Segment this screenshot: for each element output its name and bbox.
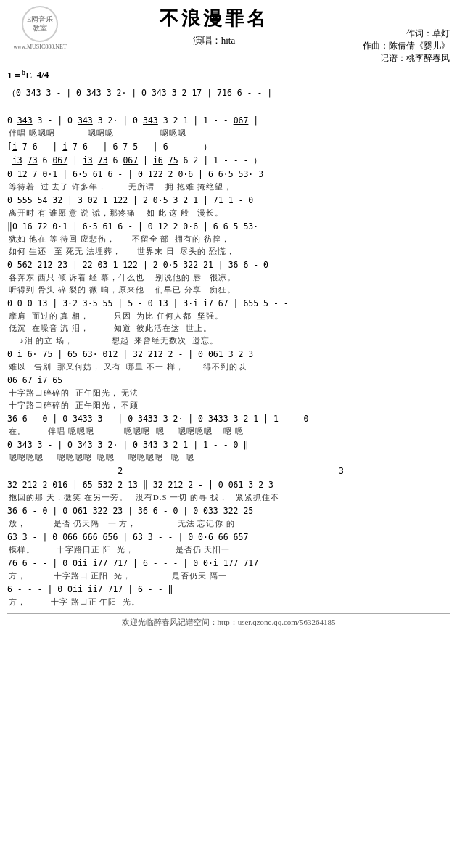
score-lines-16: 6 - - - | 0 0ii ii7 717 | 6 - - ‖ [7, 583, 450, 597]
main-title: 不浪漫罪名 [73, 6, 355, 31]
logo-circle: E网音乐教室 [22, 6, 58, 42]
score-lines-11: 0 343 3 - | 0 343 3 2· | 0 343 3 2 1 | 1… [7, 438, 450, 452]
lyrics-5b: 听得到 骨头 碎 裂的 微 响，原来他 们早已 分享 痴狂。 [7, 284, 450, 295]
lyrics-3: 离开时 有 谁愿 意 说 谎，那疼痛 如 此 这 般 漫长。 [7, 208, 450, 218]
score-content: （0 343 3 - | 0 343 3 2· | 0 343 3 2 17 |… [7, 86, 450, 607]
lyrics-15: 方， 十字 路口正 午阳 光。 [7, 597, 450, 607]
footer: 欢迎光临醉春风记谱空间：http：user.qzone.qq.com/56326… [7, 613, 450, 628]
subtitle-row: 演唱：hita [73, 34, 355, 47]
key-time-row: 1＝bE 4/4 [7, 67, 450, 82]
footer-text: 欢迎光临醉春风记谱空间：http：user.qzone.qq.com/56326… [122, 618, 336, 626]
logo-text: E网音乐教室 [23, 15, 57, 33]
lyricist-line: 作词：草灯 [406, 28, 450, 40]
score-lines-14: 63 3 - | 0 066 666 656 | 63 3 - - | 0 0·… [7, 531, 450, 544]
score-lines-3: 0 12 7 0·1 | 6·5 61 6 - | 0 122 2 0·6 | … [7, 168, 450, 181]
lyrics-7: 难以 告别 那又何妨， 又有 哪里 不一 样， 得不到的以 [7, 361, 450, 372]
score-lines-13: 36 6 - 0 | 0 061 322 23 | 36 6 - 0 | 0 0… [7, 504, 450, 518]
lyrics-13: 模样。 十字路口正 阳 光， 是否仍 天阳一 [7, 544, 450, 555]
lyrics-6c: ♪泪 的立 场， 想起 来曾经无数次 遗忘。 [7, 335, 450, 346]
header: E网音乐教室 www.MUSIC888.NET 不浪漫罪名 演唱：hita 作词… [7, 6, 450, 65]
score-lines-12: 2 3 32 212 2 016 | 65 532 2 13 ‖ 32 212 … [7, 464, 450, 492]
lyrics-6b: 低沉 在噪音 流 泪， 知道 彼此活在这 世上。 [7, 323, 450, 334]
lyrics-8b: 十字路口碎碎的 正午阳光， 不顾 [7, 400, 450, 411]
notator-line: 记谱：桃李醉春风 [380, 52, 450, 65]
score-lines-9: 06 67 i7 65 [7, 374, 450, 388]
lyrics-1: 伴唱 嗯嗯嗯 嗯嗯嗯 嗯嗯嗯 [7, 128, 450, 139]
score-lines-10: 36 6 - 0 | 0 3433 3 - | 0 3433 3 2· | 0 … [7, 412, 450, 426]
score-lines: （0 343 3 - | 0 343 3 2· | 0 343 3 2 17 |… [7, 86, 450, 128]
score-lines-7: 0 0 0 13 | 3·2 3·5 55 | 5 - 0 13 | 3·i i… [7, 297, 450, 311]
lyrics-11: 拖回的那 天，微笑 在另一旁。 没有D.S 一切 的寻 找， 紧紧抓住不 [7, 492, 450, 503]
score-lines-15: 76 6 - - | 0 0ii i77 717 | 6 - - - | 0 0… [7, 557, 450, 570]
page-wrapper: E网音乐教室 www.MUSIC888.NET 不浪漫罪名 演唱：hita 作词… [0, 0, 457, 634]
lyrics-4: 犹如 他在 等 待回 应悲伤， 不留全 部 拥有的 彷徨， [7, 234, 450, 245]
score-lines-8: 0 i 6· 75 | 65 63· 012 | 32 212 2 - | 0 … [7, 348, 450, 361]
key-signature: 1＝bE [7, 67, 37, 82]
performer-label: 演唱：hita [193, 34, 236, 47]
lyrics-6: 摩肩 而过的 真 相， 只因 为比 任何人都 坚强。 [7, 311, 450, 322]
lyrics-8a: 十字路口碎碎的 正午阳光， 无法 [7, 388, 450, 398]
lyrics-2: 等待着 过 去了 许多年， 无所谓 拥 抱难 掩绝望， [7, 181, 450, 192]
time-signature: 4/4 [37, 69, 49, 81]
composer-line: 作曲：陈倩倩《婴儿》 [363, 40, 450, 52]
lyrics-14: 方， 十字路口 正阳 光， 是否仍天 隔一 [7, 570, 450, 581]
lyrics-4b: 如何 生还 至 死无 法埋葬， 世界末 日 尽头的 恐慌， [7, 246, 450, 257]
score-lines-5: ‖0 16 72 0·1 | 6·5 61 6 - | 0 12 2 0·6 |… [7, 220, 450, 234]
score-lines-2: [i 7 6 - | i 7 6 - | 6 7 5 - | 6 - - - ）… [7, 140, 450, 168]
lyrics-12: 放， 是否 仍天隔 一 方， 无法 忘记你 的 [7, 518, 450, 529]
logo-area: E网音乐教室 www.MUSIC888.NET [7, 6, 73, 50]
lyrics-9: 在。 伴唱 嗯嗯嗯 嗯嗯嗯 嗯 嗯嗯嗯嗯 嗯 嗯 [7, 426, 450, 437]
lyrics-5: 各奔东 西只 倾 诉着 经 幕，什么也 别说他的 唇 很凉。 [7, 272, 450, 283]
lyrics-10: 嗯嗯嗯嗯 嗯嗯嗯嗯 嗯嗯 嗯嗯嗯嗯 嗯 嗯 [7, 452, 450, 463]
title-area: 不浪漫罪名 演唱：hita [73, 6, 355, 47]
score-lines-6: 0 562 212 23 | 22 03 1 122 | 2 0·5 322 2… [7, 258, 450, 272]
credits-area: 作词：草灯 作曲：陈倩倩《婴儿》 记谱：桃李醉春风 [355, 6, 450, 65]
logo-url: www.MUSIC888.NET [13, 44, 67, 50]
score-lines-4: 0 555 54 32 | 3 02 1 122 | 2 0·5 3 2 1 |… [7, 194, 450, 208]
